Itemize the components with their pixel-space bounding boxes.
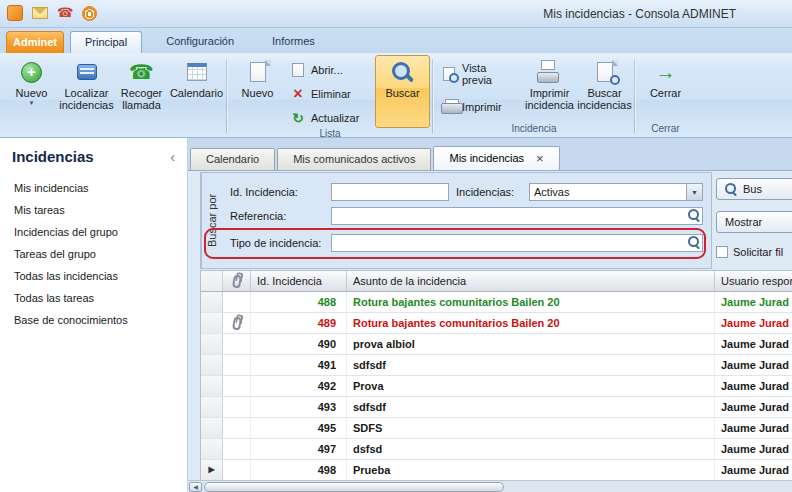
tab-mis-comunicados-activos[interactable]: Mis comunicados activos	[277, 148, 431, 170]
calendario-button[interactable]: Calendario	[169, 55, 224, 123]
scrollbar-thumb[interactable]	[204, 482, 504, 492]
group-label-cerrar: Cerrar	[638, 123, 693, 137]
vista-previa-button[interactable]: Vista previa	[436, 63, 522, 84]
calendar-icon	[184, 60, 210, 84]
tipo-incidencia-input[interactable]	[331, 234, 703, 252]
solicitar-label: Solicitar fil	[733, 246, 783, 258]
cell-id: 489	[251, 313, 347, 333]
sidebar-item-mis-tareas[interactable]: Mis tareas	[0, 199, 187, 221]
ribbon-group-incidencia: Vista previa Imprimir Imprimir incidenci…	[436, 55, 632, 137]
app-icon[interactable]	[7, 5, 23, 21]
ribbon-tab-principal[interactable]: Principal	[70, 31, 142, 53]
sidebar-item-todas-las-tareas[interactable]: Todas las tareas	[0, 287, 187, 309]
abrir-button[interactable]: Abrir...	[285, 59, 375, 80]
localizar-incidencias-button[interactable]: Localizar incidencias	[59, 55, 114, 123]
close-arrow-icon	[653, 60, 679, 84]
cell-id: 491	[251, 355, 347, 375]
chevron-down-icon[interactable]: ▼	[686, 184, 702, 200]
tab-mis-incidencias[interactable]: Mis incidencias ×	[433, 146, 559, 170]
attachment-cell	[223, 376, 251, 396]
cell-usuario: Jaume Jurad	[715, 355, 792, 375]
content-area: Calendario Mis comunicados activos Mis i…	[188, 138, 792, 492]
referencia-input[interactable]	[331, 207, 703, 225]
table-row[interactable]: 497 dsfsd Jaume Jurad	[201, 439, 792, 460]
nuevo-split-button[interactable]: Nuevo ▼	[4, 55, 59, 123]
attachment-cell	[223, 355, 251, 375]
table-row[interactable]: 495 SDFS Jaume Jurad	[201, 418, 792, 439]
row-indicator	[201, 439, 223, 459]
group-label-incidencia: Incidencia	[436, 123, 632, 137]
table-row[interactable]: 492 Prova Jaume Jurad	[201, 376, 792, 397]
ribbon-tabbar: Adminet Principal Configuración Informes	[0, 28, 792, 53]
horizontal-scrollbar[interactable]: ◀	[188, 480, 792, 492]
recoger-llamada-button[interactable]: Recoger llamada	[114, 55, 169, 123]
ribbon-separator	[226, 59, 228, 133]
cell-usuario: Jaume Jurad	[715, 292, 792, 312]
imprimir-button[interactable]: Imprimir	[436, 96, 522, 117]
solicitar-checkbox[interactable]	[716, 246, 728, 258]
cell-usuario: Jaume Jurad	[715, 334, 792, 354]
search-icon[interactable]	[688, 236, 701, 249]
attachment-cell	[223, 439, 251, 459]
scroll-left-icon[interactable]: ◀	[189, 482, 202, 492]
close-tab-icon[interactable]: ×	[536, 154, 544, 164]
cerrar-button[interactable]: Cerrar	[638, 55, 693, 123]
table-row[interactable]: 491 sdfsdf Jaume Jurad	[201, 355, 792, 376]
header-id-incidencia[interactable]: Id. Incidencia	[251, 271, 347, 291]
nuevo-documento-button[interactable]: Nuevo	[230, 55, 285, 128]
cell-asunto: Rotura bajantes comunitarios Bailen 20	[347, 292, 715, 312]
table-row-selected[interactable]: ▶ 498 Prueba Jaume Jurad	[201, 460, 792, 481]
sidebar-title: Incidencias	[12, 148, 94, 165]
cell-id: 498	[251, 460, 347, 480]
broadcast-icon[interactable]	[82, 6, 97, 21]
table-row[interactable]: 493 sdfsdf Jaume Jurad	[201, 397, 792, 418]
mostrar-button[interactable]: Mostrar	[716, 211, 792, 233]
tab-calendario[interactable]: Calendario	[190, 148, 275, 170]
printer-icon	[441, 99, 457, 115]
app-menu-button[interactable]: Adminet	[6, 31, 64, 53]
table-header: Id. Incidencia Asunto de la incidencia U…	[201, 271, 792, 292]
open-document-icon	[290, 62, 306, 78]
table-row[interactable]: 488 Rotura bajantes comunitarios Bailen …	[201, 292, 792, 313]
row-indicator	[201, 355, 223, 375]
buscar-button[interactable]: Buscar	[375, 55, 430, 128]
paperclip-icon	[231, 316, 241, 330]
header-attachment[interactable]	[223, 271, 251, 291]
row-indicator	[201, 313, 223, 333]
cell-asunto: SDFS	[347, 418, 715, 438]
cell-usuario: Jaume Jurad	[715, 460, 792, 480]
sidebar-item-tareas-del-grupo[interactable]: Tareas del grupo	[0, 243, 187, 265]
cell-id: 495	[251, 418, 347, 438]
cell-usuario: Jaume Jurad	[715, 418, 792, 438]
id-incidencia-input[interactable]	[331, 183, 449, 201]
table-row[interactable]: 489 Rotura bajantes comunitarios Bailen …	[201, 313, 792, 334]
sidebar-item-todas-las-incidencias[interactable]: Todas las incidencias	[0, 265, 187, 287]
actualizar-button[interactable]: Actualizar	[285, 107, 375, 128]
header-usuario[interactable]: Usuario respons	[715, 271, 792, 291]
titlebar: Mis incidencias - Consola ADMINET	[0, 0, 792, 28]
incidencias-select[interactable]: Activas ▼	[529, 183, 703, 201]
attachment-cell	[223, 313, 251, 333]
buscar-panel-button[interactable]: Bus	[716, 178, 792, 200]
buscar-incidencias-button[interactable]: Buscar incidencias	[577, 55, 632, 123]
cell-asunto: dsfsd	[347, 439, 715, 459]
imprimir-incidencia-button[interactable]: Imprimir incidencia	[522, 55, 577, 123]
chevron-down-icon: ▼	[29, 100, 35, 106]
phone-icon[interactable]	[57, 5, 73, 21]
ribbon-tab-informes[interactable]: Informes	[258, 31, 329, 53]
ribbon-tab-configuracion[interactable]: Configuración	[152, 31, 248, 53]
phone-pickup-icon	[129, 60, 155, 84]
sidebar-item-incidencias-del-grupo[interactable]: Incidencias del grupo	[0, 221, 187, 243]
cell-id: 497	[251, 439, 347, 459]
sidebar-item-base-de-conocimientos[interactable]: Base de conocimientos	[0, 309, 187, 331]
collapse-sidebar-icon[interactable]: ‹	[170, 149, 175, 165]
incidents-table: Id. Incidencia Asunto de la incidencia U…	[200, 270, 792, 482]
sidebar-item-mis-incidencias[interactable]: Mis incidencias	[0, 177, 187, 199]
cell-usuario: Jaume Jurad	[715, 439, 792, 459]
search-icon[interactable]	[688, 209, 701, 222]
header-asunto[interactable]: Asunto de la incidencia	[347, 271, 715, 291]
mail-icon[interactable]	[32, 7, 48, 19]
table-row[interactable]: 490 prova albiol Jaume Jurad	[201, 334, 792, 355]
row-indicator	[201, 292, 223, 312]
eliminar-button[interactable]: Eliminar	[285, 83, 375, 104]
